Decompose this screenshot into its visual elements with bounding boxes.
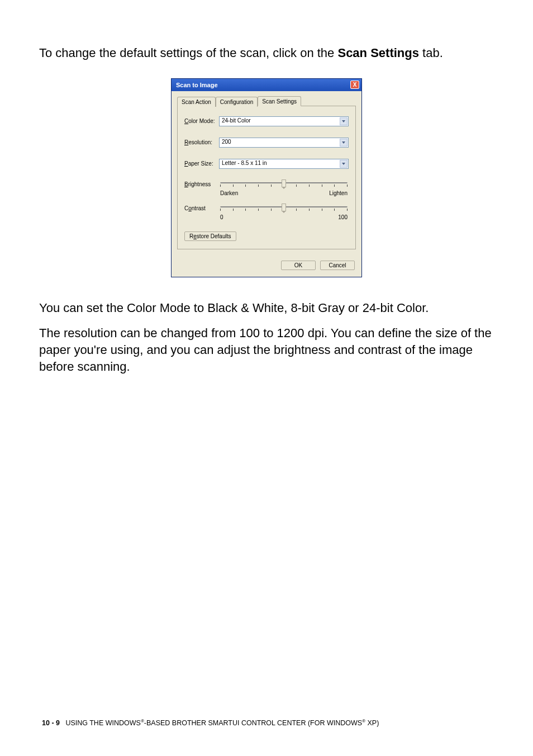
resolution-value: 200 [222, 139, 231, 145]
footer-text-pre: USING THE WINDOWS [65, 719, 141, 727]
brightness-slider-labels: Darken Lighten [219, 190, 349, 196]
contrast-slider-labels: 0 100 [219, 214, 349, 220]
dialog-titlebar: Scan to Image X [172, 79, 361, 91]
brightness-slider[interactable] [219, 180, 349, 189]
tab-scan-settings[interactable]: Scan Settings [258, 96, 301, 106]
dialog-title: Scan to Image [176, 82, 218, 88]
contrast-label: Contrast [184, 204, 219, 220]
cancel-button[interactable]: Cancel [320, 261, 355, 270]
chevron-down-icon [340, 160, 348, 168]
scan-settings-dialog: Scan to Image X Scan Action Configuratio… [171, 78, 362, 277]
resolution-select[interactable]: 200 [219, 138, 349, 148]
paper-size-label: Paper Size: [184, 160, 219, 167]
brightness-max-label: Lighten [329, 190, 348, 196]
close-icon: X [353, 82, 357, 88]
contrast-slider[interactable] [219, 204, 349, 213]
color-mode-row: Color Mode: 24-bit Color [184, 116, 349, 126]
intro-pre: To change the default settings of the sc… [39, 46, 337, 60]
footer-text-mid: -BASED BROTHER SMARTUI CONTROL CENTER (F… [144, 719, 362, 727]
close-button[interactable]: X [350, 81, 359, 89]
color-mode-select[interactable]: 24-bit Color [219, 116, 349, 126]
contrast-row: Contrast 0 100 [184, 204, 349, 220]
color-mode-value: 24-bit Color [222, 117, 251, 124]
paper-size-select[interactable]: Letter - 8.5 x 11 in [219, 159, 349, 169]
paragraph-resolution: The resolution can be changed from 100 t… [39, 325, 494, 375]
page-number: 10 - 9 [42, 719, 60, 727]
intro-post: tab. [419, 46, 443, 60]
brightness-min-label: Darken [220, 190, 238, 196]
brightness-label: Brightness [184, 180, 219, 196]
tab-scan-action[interactable]: Scan Action [177, 97, 216, 107]
tab-strip: Scan Action Configuration Scan Settings [177, 96, 356, 106]
dialog-button-row: OK Cancel [172, 255, 361, 277]
restore-defaults-button[interactable]: Restore Defaults [184, 231, 236, 241]
slider-thumb[interactable] [282, 179, 286, 187]
color-mode-label: Color Mode: [184, 118, 219, 124]
intro-paragraph: To change the default settings of the sc… [39, 45, 494, 62]
brightness-row: Brightness Darken Lighten [184, 180, 349, 196]
paper-size-value: Letter - 8.5 x 11 in [222, 160, 267, 166]
resolution-label: Resolution: [184, 139, 219, 145]
contrast-max-label: 100 [338, 214, 348, 220]
paper-size-row: Paper Size: Letter - 8.5 x 11 in [184, 159, 349, 169]
dialog-body: Scan Action Configuration Scan Settings … [172, 91, 361, 255]
tab-panel: Color Mode: 24-bit Color Resolution: 200… [177, 106, 356, 249]
footer-text-post: XP) [365, 719, 379, 727]
page-footer: 10 - 9 USING THE WINDOWS®-BASED BROTHER … [42, 719, 491, 727]
slider-thumb[interactable] [282, 204, 286, 211]
contrast-min-label: 0 [220, 214, 223, 220]
document-page: To change the default settings of the sc… [0, 0, 533, 406]
intro-bold: Scan Settings [337, 46, 418, 60]
resolution-row: Resolution: 200 [184, 138, 349, 148]
chevron-down-icon [340, 117, 348, 125]
contrast-slider-area: 0 100 [219, 204, 349, 220]
tab-configuration[interactable]: Configuration [216, 97, 258, 107]
ok-button[interactable]: OK [281, 261, 316, 270]
chevron-down-icon [340, 139, 348, 147]
paragraph-color-mode: You can set the Color Mode to Black & Wh… [39, 300, 494, 316]
brightness-slider-area: Darken Lighten [219, 180, 349, 196]
